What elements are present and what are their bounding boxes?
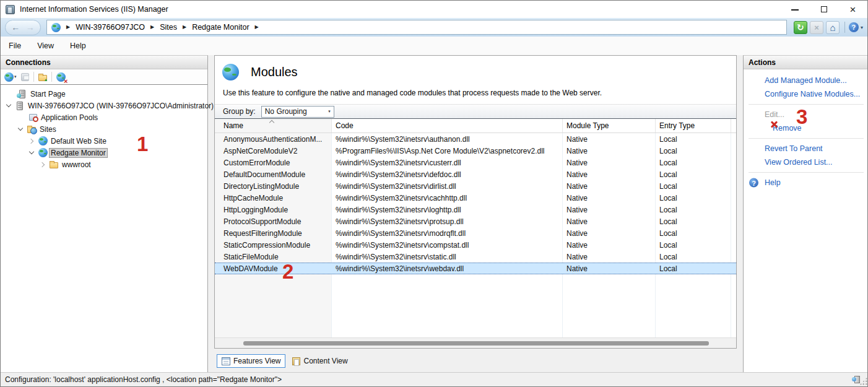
- body: Connections ▾ Start Page: [1, 55, 868, 373]
- application-pools-icon: [29, 114, 37, 121]
- annotation-3: 3: [796, 108, 807, 126]
- address-field[interactable]: ▶ WIN-39766O97JCO ▶ Sites ▶ Redgate Moni…: [46, 20, 787, 35]
- cell-code: %windir%\System32\inetsrv\protsup.dll: [332, 215, 563, 227]
- cell-etype: Local: [656, 180, 731, 192]
- chevron-collapsed-icon[interactable]: [38, 163, 48, 167]
- table-row[interactable]: HttpLoggingModule%windir%\System32\inets…: [215, 204, 736, 215]
- action-revert-to-parent[interactable]: Revert To Parent: [744, 142, 868, 155]
- table-filler: [215, 274, 736, 337]
- help-icon: ?: [749, 178, 758, 188]
- table-row[interactable]: DirectoryListingModule%windir%\System32\…: [215, 180, 736, 192]
- cell-etype: Local: [656, 157, 731, 168]
- cell-name: StaticCompressionModule: [215, 239, 332, 251]
- help-button[interactable]: ? ▾: [849, 22, 863, 32]
- column-header-module-type[interactable]: Module Type: [563, 119, 656, 133]
- table-row[interactable]: DefaultDocumentModule%windir%\System32\i…: [215, 168, 736, 180]
- action-view-ordered-list[interactable]: View Ordered List...: [744, 155, 868, 169]
- table-row[interactable]: AspNetCoreModuleV2%ProgramFiles%\IIS\Asp…: [215, 145, 736, 157]
- main-column: Modules Use this feature to configure th…: [214, 55, 737, 373]
- minimize-button[interactable]: [780, 1, 809, 18]
- cell-etype: Local: [656, 168, 731, 180]
- breadcrumb-site[interactable]: Redgate Monitor: [192, 23, 249, 32]
- connections-toolbar: ▾: [1, 69, 207, 85]
- close-icon: ×: [850, 4, 856, 15]
- save-connections-icon[interactable]: [21, 73, 29, 81]
- selected-tree-label: Redgate Monitor: [49, 148, 108, 158]
- action-help[interactable]: ? Help: [744, 176, 868, 189]
- table-row[interactable]: ProtocolSupportModule%windir%\System32\i…: [215, 215, 736, 227]
- menu-help[interactable]: Help: [70, 41, 86, 50]
- table-row[interactable]: AnonymousAuthenticationM...%windir%\Syst…: [215, 133, 736, 145]
- horizontal-scrollbar[interactable]: [215, 337, 736, 348]
- sites-folder-icon: [27, 127, 36, 133]
- tree-item-server[interactable]: WIN-39766O97JCO (WIN-39766O97JCO\Adminis…: [1, 100, 207, 111]
- tree-item-start-page[interactable]: Start Page: [1, 88, 207, 100]
- cell-code: %ProgramFiles%\IIS\Asp.Net Core Module\V…: [332, 145, 563, 157]
- tree-item-redgate-monitor[interactable]: Redgate Monitor: [1, 147, 207, 159]
- connections-panel: Connections ▾ Start Page: [1, 55, 208, 373]
- modules-feature-panel: Modules Use this feature to configure th…: [214, 55, 737, 349]
- column-header-code[interactable]: Code: [332, 119, 563, 133]
- home-button[interactable]: ⌂: [826, 21, 840, 34]
- action-add-managed-module[interactable]: Add Managed Module...: [744, 74, 868, 87]
- breadcrumb-separator-icon: ▶: [66, 25, 70, 30]
- cell-mtype: Native: [563, 227, 656, 239]
- refresh-button[interactable]: ↻: [794, 21, 807, 34]
- back-arrow-icon[interactable]: ←: [11, 23, 20, 32]
- cell-etype: Local: [656, 251, 731, 263]
- action-configure-native-modules[interactable]: Configure Native Modules...: [744, 87, 868, 101]
- group-by-dropdown[interactable]: No Grouping ▾: [261, 106, 334, 118]
- chevron-expanded-icon[interactable]: [15, 128, 25, 130]
- breadcrumb-separator-icon: ▶: [255, 25, 259, 30]
- scrollbar-thumb[interactable]: [243, 341, 709, 346]
- connect-globe-icon: [4, 72, 14, 82]
- breadcrumb-sites[interactable]: Sites: [160, 23, 177, 32]
- window-controls: ×: [780, 1, 867, 18]
- page-title: Modules: [251, 65, 298, 79]
- chevron-expanded-icon[interactable]: [27, 152, 37, 154]
- tab-features-view[interactable]: Features View: [217, 354, 285, 368]
- cell-etype: Local: [656, 215, 731, 227]
- cell-name: HttpCacheModule: [215, 192, 332, 204]
- menu-view[interactable]: View: [37, 41, 54, 50]
- close-button[interactable]: ×: [838, 1, 867, 18]
- tree-item-application-pools[interactable]: Application Pools: [1, 111, 207, 123]
- table-row[interactable]: StaticCompressionModule%windir%\System32…: [215, 239, 736, 251]
- breadcrumb-separator-icon: ▶: [183, 25, 186, 30]
- chevron-collapsed-icon[interactable]: [27, 139, 37, 143]
- table-row[interactable]: RequestFilteringModule%windir%\System32\…: [215, 227, 736, 239]
- breadcrumb-server[interactable]: WIN-39766O97JCO: [76, 23, 145, 32]
- disconnect-icon[interactable]: [56, 72, 66, 82]
- column-header-entry-type[interactable]: Entry Type: [656, 119, 731, 133]
- cell-code: %windir%\System32\inetsrv\defdoc.dll: [332, 168, 563, 180]
- toolbar-divider: [51, 72, 52, 82]
- cell-etype: Local: [656, 133, 731, 145]
- cell-etype: Local: [656, 192, 731, 204]
- home-icon: ⌂: [830, 22, 835, 33]
- tree-item-default-web-site[interactable]: Default Web Site: [1, 135, 207, 147]
- modules-list: Name Code Module Type Entry Type Anonymo…: [215, 118, 736, 348]
- feature-header: Modules: [215, 56, 736, 82]
- forward-arrow-icon[interactable]: →: [26, 23, 35, 32]
- menu-file[interactable]: File: [9, 41, 21, 50]
- table-row[interactable]: HttpCacheModule%windir%\System32\inetsrv…: [215, 192, 736, 204]
- maximize-button[interactable]: [809, 1, 838, 18]
- cell-name: AnonymousAuthenticationM...: [215, 133, 332, 145]
- status-bar: Configuration: 'localhost' applicationHo…: [1, 372, 868, 386]
- tab-content-view[interactable]: Content View: [288, 355, 352, 367]
- table-row[interactable]: CustomErrorModule%windir%\System32\inets…: [215, 157, 736, 168]
- minimize-icon: [791, 9, 799, 11]
- stop-button[interactable]: ×: [810, 21, 823, 34]
- tree-item-wwwroot[interactable]: wwwroot: [1, 159, 207, 170]
- cell-mtype: Native: [563, 204, 656, 215]
- cell-name: StaticFileModule: [215, 251, 332, 263]
- address-bar: ← → ▶ WIN-39766O97JCO ▶ Sites ▶ Redgate …: [1, 18, 867, 37]
- chevron-expanded-icon[interactable]: [4, 105, 14, 107]
- tree-item-sites[interactable]: Sites: [1, 123, 207, 135]
- actions-panel: Actions Add Managed Module... Configure …: [743, 55, 868, 373]
- up-level-folder-icon[interactable]: [38, 75, 47, 81]
- connect-to-server-button[interactable]: ▾: [4, 72, 17, 82]
- cell-etype: Local: [656, 204, 731, 215]
- actions-header: Actions: [744, 56, 868, 69]
- cell-name: ProtocolSupportModule: [215, 215, 332, 227]
